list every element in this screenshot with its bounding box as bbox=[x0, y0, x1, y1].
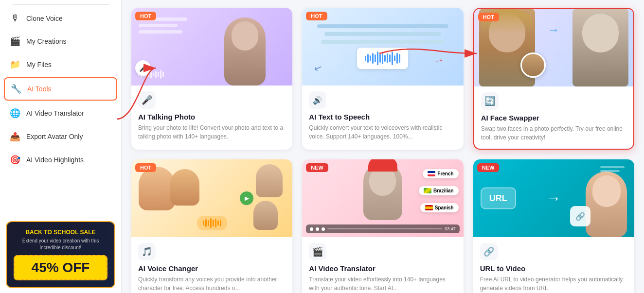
arrow-decoration: ↙ bbox=[313, 61, 324, 74]
tts-title: AI Text to Speech bbox=[309, 113, 456, 121]
new-badge-translator: NEW bbox=[306, 163, 328, 172]
talking-photo-desc: Bring your photo to life! Convert your p… bbox=[138, 123, 286, 141]
card-url-to-video[interactable]: URL → 🔗 NEW � bbox=[473, 159, 634, 293]
my-creations-icon: 🎬 bbox=[10, 36, 20, 47]
french-label: French bbox=[437, 171, 453, 176]
sidebar-divider bbox=[12, 4, 109, 5]
sale-title: BACK TO SCHOOL SALE bbox=[14, 229, 107, 236]
card-ai-voice-changer[interactable]: ▶ HOT 🎵 AI Voice Changer Quickly transfo… bbox=[131, 159, 292, 293]
tts-desc: Quickly convert your text to voiceovers … bbox=[309, 123, 456, 141]
card-image-voice-changer: ▶ HOT bbox=[131, 159, 292, 237]
card-body-tts: 🔊 AI Text to Speech Quickly convert your… bbox=[302, 86, 463, 148]
face-circle-overlay bbox=[520, 52, 546, 78]
ai-video-highlights-icon: 🎯 bbox=[10, 155, 20, 165]
url-arrow: → bbox=[546, 190, 561, 207]
new-badge-url: NEW bbox=[477, 163, 500, 172]
hot-badge-talking-photo: HOT bbox=[135, 12, 156, 20]
vc-face3 bbox=[256, 164, 283, 197]
sidebar-item-clone-voice[interactable]: 🎙 Clone Voice bbox=[0, 7, 121, 30]
hat bbox=[368, 159, 397, 172]
voice-changer-icon: 🎵 bbox=[138, 243, 156, 260]
sidebar-item-export-avatar-only[interactable]: 📤 Export Avatar Only bbox=[0, 125, 121, 148]
sidebar-item-ai-tools[interactable]: 🔧 AI Tools bbox=[4, 77, 117, 101]
brazilian-label: Brazilian bbox=[433, 188, 454, 193]
sidebar-item-ai-video-highlights[interactable]: 🎯 AI Video Highlights bbox=[0, 148, 121, 172]
brazil-flag bbox=[424, 188, 431, 193]
voice-changer-desc: Quickly transform any voices you provide… bbox=[138, 275, 286, 293]
url-person-face bbox=[592, 175, 621, 207]
ai-video-translator-icon: 🌐 bbox=[10, 108, 20, 119]
url-icon-box: 🔗 bbox=[570, 206, 590, 226]
face-swapper-icon: 🔄 bbox=[481, 92, 499, 110]
spanish-label: Spanish bbox=[435, 205, 454, 210]
person-silhouette bbox=[224, 17, 266, 86]
sidebar: 🎙 Clone Voice 🎬 My Creations 📁 My Files … bbox=[0, 0, 122, 293]
card-image-face-swapper: → HOT bbox=[474, 9, 633, 86]
vc-face2 bbox=[170, 169, 199, 206]
clone-voice-icon: 🎙 bbox=[10, 13, 20, 23]
translator-person bbox=[363, 162, 402, 220]
face bbox=[232, 21, 258, 51]
vc-face4 bbox=[253, 201, 278, 230]
tts-line3 bbox=[321, 40, 445, 44]
card-ai-text-to-speech[interactable]: ↙ → HOT 🔊 AI Text to Speech Quickly conv… bbox=[302, 8, 463, 150]
card-body-voice-changer: 🎵 AI Voice Changer Quickly transform any… bbox=[131, 237, 292, 293]
card-ai-video-translator[interactable]: French Brazilian Spanish bbox=[302, 159, 463, 293]
card-ai-face-swapper[interactable]: → HOT 🔄 AI Face Swapper Swap two faces i… bbox=[473, 8, 634, 150]
url-lines bbox=[600, 166, 625, 172]
card-body-url-video: 🔗 URL to Video Free AI URL to video gene… bbox=[473, 237, 634, 293]
tts-icon: 🔊 bbox=[309, 91, 326, 109]
brazilian-badge: Brazilian bbox=[419, 186, 459, 195]
sidebar-item-my-creations[interactable]: 🎬 My Creations bbox=[0, 30, 121, 53]
export-avatar-icon: 📤 bbox=[10, 131, 20, 142]
french-flag bbox=[428, 171, 435, 176]
sidebar-item-label: My Creations bbox=[26, 37, 66, 45]
video-controls: 03:47 bbox=[306, 224, 459, 233]
arrow-decoration2: → bbox=[433, 54, 445, 67]
tts-line1 bbox=[317, 24, 448, 28]
sidebar-item-label: Clone Voice bbox=[26, 15, 63, 22]
sidebar-item-label: AI Video Translator bbox=[26, 109, 84, 117]
french-badge: French bbox=[423, 169, 458, 178]
tts-line2 bbox=[324, 32, 441, 36]
sidebar-item-label: Export Avatar Only bbox=[26, 133, 83, 140]
url-video-desc: Free AI URL to video generator helps you… bbox=[480, 275, 627, 293]
tts-wave bbox=[357, 48, 408, 69]
my-files-icon: 📁 bbox=[10, 59, 20, 70]
card-body-talking-photo: 🎤 AI Talking Photo Bring your photo to l… bbox=[131, 86, 292, 148]
video-translator-title: AI Video Translator bbox=[309, 264, 456, 273]
card-ai-talking-photo[interactable]: 🎤 HOT 🎤 AI Talking Photo Bring your phot… bbox=[131, 8, 292, 150]
talking-photo-title: AI Talking Photo bbox=[138, 113, 286, 121]
spain-flag bbox=[425, 205, 433, 210]
hot-badge-face: HOT bbox=[478, 13, 499, 21]
voice-changer-title: AI Voice Changer bbox=[138, 264, 286, 273]
url-person bbox=[586, 172, 627, 237]
play-button: ▶ bbox=[240, 191, 253, 205]
cards-grid: 🎤 HOT 🎤 AI Talking Photo Bring your phot… bbox=[131, 8, 634, 293]
card-image-talking-photo: 🎤 HOT bbox=[131, 8, 292, 86]
card-body-face-swapper: 🔄 AI Face Swapper Swap two faces in a ph… bbox=[474, 86, 633, 149]
sidebar-item-my-files[interactable]: 📁 My Files bbox=[0, 53, 121, 76]
face-swapper-desc: Swap two faces in a photo perfectly. Try… bbox=[481, 124, 626, 142]
vc-face1 bbox=[139, 167, 175, 210]
sale-banner[interactable]: BACK TO SCHOOL SALE Extend your video cr… bbox=[6, 221, 115, 288]
face-swapper-title: AI Face Swapper bbox=[481, 114, 626, 122]
sidebar-item-label: AI Video Highlights bbox=[26, 156, 84, 164]
sale-desc: Extend your video creation with this inc… bbox=[14, 238, 107, 251]
hot-badge-voice: HOT bbox=[135, 163, 156, 172]
spanish-badge: Spanish bbox=[420, 203, 459, 212]
timestamp: 03:47 bbox=[445, 226, 456, 231]
talking-photo-bg: 🎤 bbox=[131, 8, 292, 86]
swap-arrow: → bbox=[547, 22, 560, 37]
vc-waveform bbox=[197, 216, 227, 230]
card-image-video-translator: French Brazilian Spanish bbox=[302, 159, 463, 237]
url-video-icon: 🔗 bbox=[480, 243, 498, 260]
card-image-tts: ↙ → HOT bbox=[302, 8, 463, 86]
hot-badge-tts: HOT bbox=[306, 12, 327, 20]
sidebar-item-label: My Files bbox=[26, 61, 52, 69]
main-content: 🎤 HOT 🎤 AI Talking Photo Bring your phot… bbox=[122, 0, 644, 293]
sidebar-item-label: AI Tools bbox=[27, 85, 52, 93]
url-video-title: URL to Video bbox=[480, 264, 627, 273]
card-image-url-video: URL → 🔗 NEW bbox=[473, 159, 634, 237]
sidebar-item-ai-video-translator[interactable]: 🌐 AI Video Translator bbox=[0, 102, 121, 125]
